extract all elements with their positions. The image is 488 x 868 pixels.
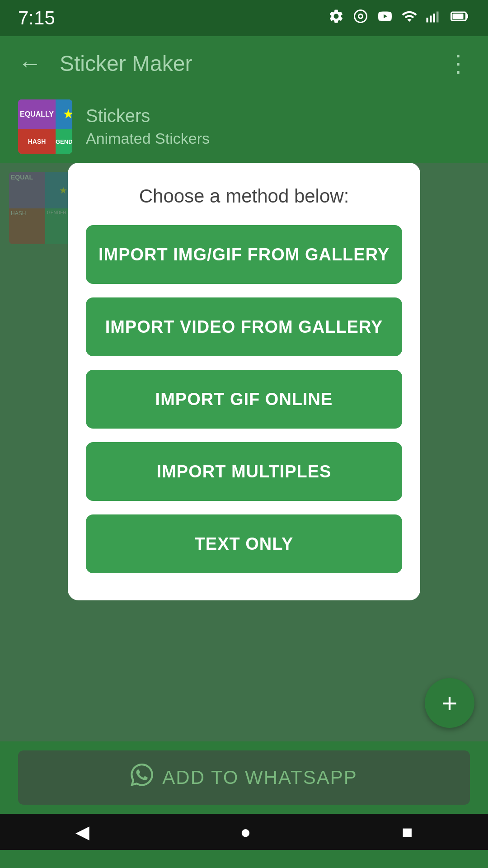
- import-gif-online-button[interactable]: IMPORT GIF ONLINE: [86, 370, 402, 429]
- sticker-info: Stickers Animated Stickers: [86, 106, 210, 147]
- fab-plus-icon: +: [441, 688, 457, 719]
- add-to-whatsapp-button[interactable]: ADD TO WHATSAPP: [18, 750, 470, 805]
- nav-back-icon[interactable]: ◀: [75, 821, 89, 842]
- svg-rect-6: [453, 14, 464, 19]
- back-button[interactable]: ←: [14, 45, 46, 81]
- sticker-pack-subtitle: Animated Stickers: [86, 130, 210, 147]
- youtube-icon: [377, 8, 393, 28]
- sticker-pack-name: Stickers: [86, 106, 210, 126]
- thumb-cell-br: GENDER: [56, 129, 72, 154]
- system-nav-bar: ◀ ● ■: [0, 814, 488, 850]
- app-bar: ← Sticker Maker ⋮: [0, 36, 488, 90]
- app-title: Sticker Maker: [60, 51, 428, 76]
- nav-recents-icon[interactable]: ■: [402, 822, 413, 842]
- signal-icon: [426, 8, 442, 28]
- status-time: 7:15: [18, 7, 55, 29]
- sticker-thumbnail: EQUALLY ★ HASH GENDER: [18, 99, 72, 154]
- import-img-gif-button[interactable]: IMPORT IMG/GIF FROM GALLERY: [86, 225, 402, 284]
- sticker-pack-info: EQUALLY ★ HASH GENDER Stickers Animated …: [0, 90, 488, 163]
- settings-icon: [328, 8, 344, 28]
- thumb-cell-bl: HASH: [18, 129, 56, 154]
- import-video-button[interactable]: IMPORT VIDEO FROM GALLERY: [86, 297, 402, 356]
- method-dialog: Choose a method below: IMPORT IMG/GIF FR…: [68, 163, 420, 600]
- import-multiples-button[interactable]: IMPORT MULTIPLES: [86, 442, 402, 501]
- thumb-cell-tr: ★: [56, 99, 72, 129]
- svg-rect-2: [433, 14, 436, 23]
- whatsapp-icon: [131, 764, 153, 792]
- svg-rect-0: [427, 18, 429, 23]
- svg-rect-3: [436, 11, 439, 22]
- add-to-whatsapp-label: ADD TO WHATSAPP: [162, 767, 357, 788]
- bottom-bar: ADD TO WHATSAPP: [0, 741, 488, 814]
- text-only-button[interactable]: TEXT ONLY: [86, 514, 402, 573]
- fab-add-button[interactable]: +: [425, 678, 474, 728]
- status-bar: 7:15: [0, 0, 488, 36]
- menu-button[interactable]: ⋮: [442, 45, 474, 81]
- target-icon: [352, 8, 369, 28]
- thumb-cell-tl: EQUALLY: [18, 99, 56, 129]
- svg-rect-1: [430, 15, 432, 22]
- main-content: EQUAL ★ HASH GENDER Choose a method belo…: [0, 163, 488, 741]
- battery-icon: [450, 8, 470, 28]
- dialog-title: Choose a method below:: [139, 185, 349, 207]
- svg-rect-5: [466, 14, 469, 18]
- wifi-icon: [401, 8, 418, 28]
- status-icons: [328, 8, 470, 28]
- nav-home-icon[interactable]: ●: [240, 822, 251, 842]
